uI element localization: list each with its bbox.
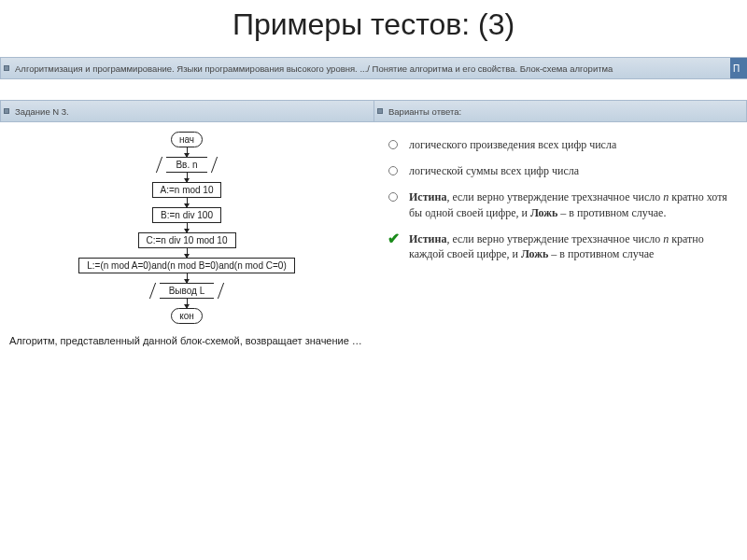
- answers-heading: Варианты ответа:: [388, 106, 461, 117]
- flow-start: нач: [171, 132, 203, 147]
- answer-option-2[interactable]: логической суммы всех цифр числа: [387, 163, 738, 178]
- flow-output: Вывод L: [160, 283, 215, 299]
- answer-text: Истина, если верно утверждение трехзначн…: [409, 189, 738, 219]
- task-panel: нач Вв. n A:=n mod 10 B:=n div 100 C:=n …: [0, 122, 374, 514]
- breadcrumb: Алгоритмизация и программирование. Языки…: [15, 63, 613, 74]
- square-icon: [4, 108, 9, 114]
- tab-stub[interactable]: П: [730, 58, 747, 78]
- subheader-right: Варианты ответа:: [374, 100, 747, 122]
- task-number: Задание N 3.: [15, 106, 69, 117]
- flow-step-3: C:=n div 10 mod 10: [138, 232, 236, 248]
- answer-option-4[interactable]: ✔Истина, если верно утверждение трехзнач…: [387, 231, 738, 261]
- breadcrumb-bar: Алгоритмизация и программирование. Языки…: [0, 57, 747, 79]
- flow-step-2: B:=n div 100: [152, 207, 221, 223]
- question-prompt: Алгоритм, представленный данной блок-схе…: [6, 324, 368, 346]
- square-icon: [377, 108, 383, 114]
- square-icon: [4, 65, 9, 71]
- check-icon[interactable]: ✔: [387, 232, 400, 245]
- answer-text: Истина, если верно утверждение трехзначн…: [409, 231, 738, 261]
- radio-icon[interactable]: [387, 138, 400, 151]
- flowchart: нач Вв. n A:=n mod 10 B:=n div 100 C:=n …: [6, 132, 368, 324]
- flow-step-1: A:=n mod 10: [152, 182, 222, 198]
- answers-panel: логического произведения всех цифр числа…: [374, 122, 747, 514]
- flow-step-4: L:=(n mod A=0)and(n mod B=0)and(n mod C=…: [78, 258, 294, 273]
- subheader-left: Задание N 3.: [0, 100, 374, 122]
- radio-icon[interactable]: [387, 164, 400, 177]
- answer-text: логической суммы всех цифр числа: [409, 163, 579, 178]
- answer-option-3[interactable]: Истина, если верно утверждение трехзначн…: [387, 189, 738, 219]
- answer-option-1[interactable]: логического произведения всех цифр числа: [387, 137, 738, 152]
- page-title: Примеры тестов: (3): [0, 0, 747, 55]
- radio-icon[interactable]: [387, 190, 400, 203]
- flow-end: кон: [171, 308, 203, 324]
- flow-input: Вв. n: [166, 157, 206, 173]
- answer-text: логического произведения всех цифр числа: [409, 137, 616, 152]
